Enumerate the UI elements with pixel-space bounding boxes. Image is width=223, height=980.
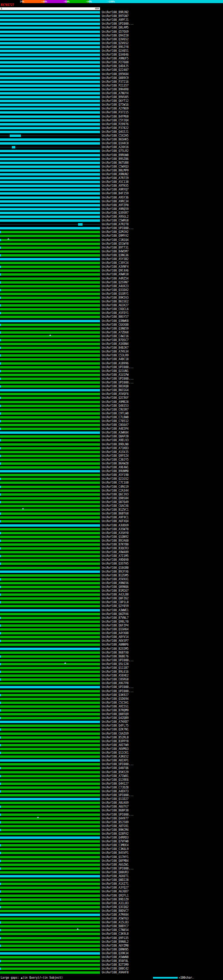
hit-row[interactable]: UniRef100_B1ZGM5 (0, 574, 223, 578)
hit-label[interactable]: UniRef100_A63X27 (100, 304, 128, 307)
alignment-bar[interactable] (0, 663, 100, 665)
alignment-bar[interactable] (0, 748, 100, 750)
hit-label[interactable]: UniRef100_B61SE2 (100, 300, 128, 303)
hit-label[interactable]: UniRef100_B9DLN0 (100, 443, 128, 446)
hit-label[interactable]: UniRef100_A4JLB8 (100, 593, 128, 596)
hit-label[interactable]: UniRef100_UPI000... (100, 377, 134, 380)
hit-row[interactable]: UniRef100_A9N656 (0, 581, 223, 585)
hit-row[interactable]: UniRef100_C30JY5 (0, 458, 223, 462)
alignment-bar[interactable] (0, 377, 100, 380)
alignment-bar[interactable] (0, 412, 100, 415)
alignment-bar[interactable] (0, 659, 100, 662)
hit-row[interactable]: UniRef100_UPI000... (0, 867, 223, 870)
hit-row[interactable]: UniRef100_Q9MYA2 (0, 234, 223, 238)
alignment-bar[interactable] (0, 910, 100, 912)
hit-label[interactable]: UniRef100_Q3N059 (100, 327, 128, 330)
hit-row[interactable]: UniRef100_B9RJN2 (0, 10, 223, 14)
hit-label[interactable]: UniRef100_B2S5M5 (100, 647, 128, 651)
hit-row[interactable]: UniRef100_A1U1PW (0, 373, 223, 377)
hit-label[interactable]: UniRef100_A9G7P8 (100, 682, 128, 685)
hit-label[interactable]: UniRef100_A8LK69 (100, 801, 128, 805)
hit-row[interactable]: UniRef100_A5C138 (0, 180, 223, 184)
hit-row[interactable]: UniRef100_Q46FQ6 (0, 766, 223, 770)
alignment-bar[interactable] (0, 142, 100, 145)
alignment-bar[interactable] (0, 875, 100, 877)
hit-row[interactable]: UniRef100_A5W763 (0, 917, 223, 921)
hit-label[interactable]: UniRef100_B6BE76 (100, 655, 128, 658)
hit-label[interactable]: UniRef100_P37822 (100, 127, 128, 130)
hit-label[interactable]: UniRef100_B8BYC7 (100, 925, 128, 928)
alignment-bar[interactable] (0, 929, 100, 931)
hit-row[interactable]: UniRef100_A7M484 (0, 913, 223, 917)
hit-row[interactable]: UniRef100_Q39SR7 (0, 211, 223, 215)
hit-row[interactable]: UniRef100_A71KB3 (0, 446, 223, 450)
hit-row[interactable]: UniRef100_B7RQM9 (0, 708, 223, 712)
hit-label[interactable]: UniRef100_Q11D27 (100, 797, 128, 800)
alignment-bar[interactable] (0, 648, 100, 650)
hit-row[interactable]: UniRef100_A9E4W1 (0, 466, 223, 469)
hit-label[interactable]: UniRef100_B4W5M7 (100, 250, 128, 253)
alignment-bar[interactable] (0, 871, 100, 873)
hit-row[interactable]: UniRef100_A8TG91 (0, 824, 223, 828)
hit-label[interactable]: UniRef100_C5X2H5 (100, 134, 128, 137)
hit-label[interactable]: UniRef100_C0G6A7 (100, 423, 128, 426)
hit-row[interactable]: UniRef100_B6BP38 (0, 808, 223, 813)
hit-label[interactable]: UniRef100_Q39K34 (100, 952, 128, 955)
hit-row[interactable]: UniRef100_A6U7G7 (0, 805, 223, 808)
hit-label[interactable]: UniRef100_Q31DA2 (100, 288, 128, 292)
hit-row[interactable]: UniRef100_P37215 (0, 111, 223, 115)
hit-row[interactable]: UniRef100_Q3K927 (0, 693, 223, 697)
hit-row[interactable]: UniRef100_C6XX88 (0, 323, 223, 327)
hit-row[interactable]: UniRef100_A4YX08 (0, 631, 223, 635)
alignment-bar[interactable] (0, 775, 100, 777)
hit-row[interactable]: UniRef100_A9F9C1 (0, 515, 223, 519)
hit-label[interactable]: UniRef100_B9DJZ9 (100, 898, 128, 901)
hit-label[interactable]: UniRef100_A9NUF5 (100, 57, 128, 60)
alignment-bar[interactable] (0, 466, 100, 469)
hit-label[interactable]: UniRef100_B9JFX6 (100, 570, 128, 573)
hit-row[interactable]: UniRef100_Q4D4J5 (0, 64, 223, 68)
hit-label[interactable]: UniRef100_A1U1PW (100, 373, 128, 377)
hit-label[interactable]: UniRef100_A4BC18 (100, 358, 128, 361)
hit-label[interactable]: UniRef100_A7NUY4 (100, 92, 128, 95)
alignment-bar[interactable] (0, 655, 100, 658)
alignment-bar[interactable] (0, 864, 100, 866)
hit-row[interactable]: UniRef100_C39Y24 (0, 261, 223, 265)
alignment-bar[interactable] (0, 902, 100, 905)
hit-row[interactable]: UniRef100_Q2V6S2 (0, 41, 223, 45)
hit-row[interactable]: UniRef100_A9SGL2 (0, 215, 223, 219)
alignment-bar[interactable] (0, 154, 100, 156)
alignment-bar[interactable] (0, 92, 100, 95)
alignment-bar[interactable] (0, 555, 100, 557)
hit-row[interactable]: UniRef100_A3WWE1 (0, 608, 223, 612)
hit-label[interactable]: UniRef100_A6J6D7 (100, 890, 128, 893)
alignment-bar[interactable] (0, 285, 100, 288)
hit-label[interactable]: UniRef100_A7IW81 (100, 775, 128, 778)
alignment-bar[interactable] (0, 740, 100, 743)
hit-label[interactable]: UniRef100_UPI000... (100, 763, 134, 766)
alignment-bar[interactable] (0, 941, 100, 943)
alignment-bar[interactable] (0, 482, 100, 484)
alignment-bar[interactable] (0, 512, 100, 515)
alignment-bar[interactable] (0, 115, 100, 118)
hit-row[interactable]: UniRef100_Q3V6S2 (0, 38, 223, 41)
alignment-bar[interactable] (0, 308, 100, 310)
hit-row[interactable]: UniRef100_Q0FMB4 (0, 859, 223, 863)
hit-label[interactable]: UniRef100_A3XBN4 (100, 342, 128, 345)
hit-label[interactable]: UniRef100_B6B7X0 (100, 651, 128, 654)
hit-label[interactable]: UniRef100_Q2MJH2 (100, 231, 128, 234)
hit-label[interactable]: UniRef100_A5VQF6 (100, 393, 128, 396)
alignment-bar[interactable] (0, 752, 100, 754)
alignment-bar[interactable] (0, 709, 100, 712)
alignment-bar[interactable] (0, 890, 100, 893)
alignment-bar[interactable] (0, 269, 100, 272)
hit-label[interactable]: UniRef100_C6QCL6 (100, 308, 128, 311)
alignment-bar[interactable] (0, 798, 100, 800)
hit-label[interactable]: UniRef100_Q89NQ6 (100, 585, 128, 589)
hit-row[interactable]: UniRef100_A4UX23 (0, 284, 223, 288)
hit-row[interactable]: UniRef100_C4WJ16 (0, 334, 223, 338)
hit-label[interactable]: UniRef100_Q3V6S2 (100, 38, 128, 41)
alignment-bar[interactable] (0, 405, 100, 407)
alignment-bar[interactable] (0, 127, 100, 129)
hit-row[interactable]: UniRef100_B61SE2 (0, 300, 223, 304)
